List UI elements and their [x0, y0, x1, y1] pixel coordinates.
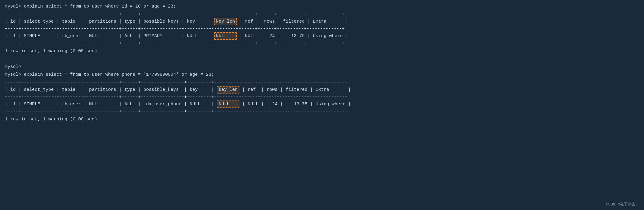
- header-1: | id | select_type | table | partitions …: [5, 18, 639, 25]
- blank-prompt: mysql>: [5, 63, 639, 71]
- row-2: | 1 | SIMPLE | tb_user | NULL | ALL | id…: [5, 101, 639, 108]
- watermark: CSDN @在下小吉.: [606, 202, 638, 207]
- sep1-2: +----+-------------+---------+----------…: [5, 25, 639, 33]
- key-len-value-1: NULL: [214, 32, 237, 40]
- sep2-3: +----+-------------+---------+----------…: [5, 108, 639, 115]
- key-len-highlight-2: key_len: [217, 86, 239, 94]
- command-2: mysql> explain select * from tb_user whe…: [5, 71, 639, 78]
- key-len-value-2: NULL: [217, 100, 239, 108]
- row-1: | 1 | SIMPLE | tb_user | NULL | ALL | PR…: [5, 33, 639, 40]
- section-1: mysql> explain select * from tb_user whe…: [5, 3, 639, 55]
- sep1-3: +----+-------------+---------+----------…: [5, 40, 639, 47]
- result-2: 1 row in set, 1 warning (0.00 sec): [5, 116, 639, 123]
- terminal: mysql> explain select * from tb_user whe…: [5, 3, 639, 123]
- key-len-highlight-1: key_len: [214, 18, 237, 25]
- blank-line: [5, 56, 639, 63]
- sep1-1: +----+-------------+---------+----------…: [5, 11, 639, 18]
- result-1: 1 row in set, 1 warning (0.00 sec): [5, 48, 639, 55]
- sep2-2: +----+-------------+---------+----------…: [5, 94, 639, 101]
- sep2-1: +----+-------------+---------+----------…: [5, 79, 639, 86]
- header-2: | id | select_type | table | partitions …: [5, 86, 639, 94]
- section-2: mysql> mysql> explain select * from tb_u…: [5, 63, 639, 123]
- command-1: mysql> explain select * from tb_user whe…: [5, 3, 639, 10]
